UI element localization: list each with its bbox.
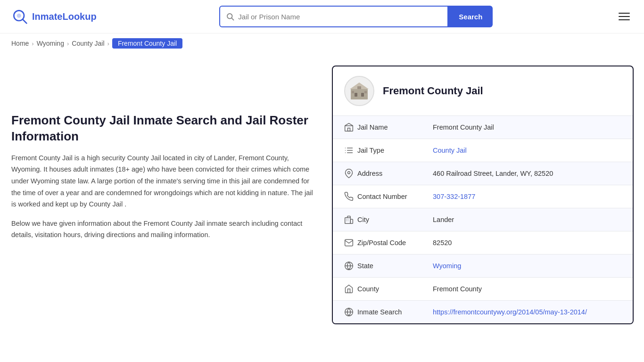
main-content: Fremont County Jail Inmate Search and Ja… (0, 56, 644, 343)
svg-rect-7 (355, 93, 357, 97)
info-value: 460 Railroad Street, Lander, WY, 82520 (433, 170, 621, 177)
breadcrumb-sep-2: › (67, 40, 69, 47)
info-value[interactable]: County Jail (433, 147, 621, 154)
info-label: City (357, 216, 433, 223)
globe-icon (344, 261, 357, 271)
svg-line-4 (232, 18, 234, 20)
breadcrumb: Home › Wyoming › County Jail › Fremont C… (0, 33, 644, 56)
svg-point-20 (348, 172, 350, 174)
hamburger-line-2 (619, 16, 630, 17)
jail-avatar (344, 76, 374, 106)
info-label: Jail Name (357, 123, 433, 131)
search-globe-icon (344, 307, 357, 317)
info-label: Jail Type (357, 147, 433, 154)
svg-rect-10 (364, 91, 367, 93)
phone-icon (344, 192, 357, 201)
breadcrumb-wyoming[interactable]: Wyoming (37, 40, 64, 47)
header: InmateLookup Search (0, 0, 644, 33)
hamburger-line-3 (619, 19, 630, 20)
table-row: Zip/Postal Code82520 (333, 231, 633, 255)
table-row: CountyFremont County (333, 278, 633, 301)
county-icon (344, 284, 357, 294)
breadcrumb-sep-3: › (107, 40, 109, 47)
logo-icon (11, 8, 28, 25)
table-row: Inmate Searchhttps://fremontcountywy.org… (333, 301, 633, 323)
table-row: CityLander (333, 208, 633, 231)
svg-rect-21 (345, 218, 351, 224)
table-row: Address460 Railroad Street, Lander, WY, … (333, 162, 633, 185)
info-value[interactable]: 307-332-1877 (433, 193, 621, 200)
table-row: Jail NameFremont County Jail (333, 116, 633, 139)
jail-icon (344, 123, 357, 132)
hamburger-menu[interactable] (616, 10, 633, 23)
search-bar: Search (219, 6, 493, 27)
svg-point-2 (17, 14, 21, 18)
info-value[interactable]: Wyoming (433, 262, 621, 270)
left-column: Fremont County Jail Inmate Search and Ja… (11, 66, 313, 324)
svg-rect-5 (351, 89, 368, 99)
table-row: StateWyoming (333, 255, 633, 278)
search-input-wrap (219, 6, 448, 27)
info-value: 82520 (433, 239, 621, 247)
info-value[interactable]: https://fremontcountywy.org/2014/05/may-… (433, 308, 621, 316)
breadcrumb-sep-1: › (32, 40, 33, 47)
info-table: Jail NameFremont County JailJail TypeCou… (333, 116, 633, 323)
info-value: Fremont County (433, 285, 621, 293)
pin-icon (344, 169, 357, 178)
hamburger-line-1 (619, 13, 630, 14)
logo-text: InmateLookup (32, 11, 97, 22)
breadcrumb-county-jail[interactable]: County Jail (72, 40, 104, 47)
page-title: Fremont County Jail Inmate Search and Ja… (11, 113, 313, 145)
svg-rect-9 (352, 91, 354, 93)
breadcrumb-home[interactable]: Home (11, 40, 29, 47)
info-label: Address (357, 170, 433, 177)
svg-rect-13 (348, 128, 350, 132)
mail-icon (344, 238, 357, 247)
svg-rect-11 (357, 86, 361, 89)
search-input[interactable] (238, 13, 442, 21)
right-column: Fremont County Jail Jail NameFremont Cou… (332, 66, 634, 324)
table-row: Jail TypeCounty Jail (333, 139, 633, 162)
card-title: Fremont County Jail (383, 85, 483, 97)
info-card: Fremont County Jail Jail NameFremont Cou… (332, 66, 634, 324)
search-button[interactable]: Search (448, 6, 493, 27)
description-2: Below we have given information about th… (11, 218, 313, 241)
info-label: Zip/Postal Code (357, 239, 433, 247)
search-icon (226, 12, 234, 21)
description-1: Fremont County Jail is a high security C… (11, 152, 313, 210)
svg-rect-8 (361, 93, 364, 97)
info-label: County (357, 285, 433, 293)
table-row: Contact Number307-332-1877 (333, 185, 633, 208)
card-header: Fremont County Jail (333, 66, 633, 116)
info-label: Contact Number (357, 193, 433, 200)
info-value: Fremont County Jail (433, 123, 621, 131)
svg-rect-12 (345, 126, 353, 132)
svg-line-1 (23, 19, 26, 23)
logo: InmateLookup (11, 8, 97, 25)
city-icon (344, 215, 357, 224)
info-label: Inmate Search (357, 308, 433, 316)
building-icon (348, 80, 371, 102)
svg-rect-22 (350, 219, 353, 223)
info-label: State (357, 262, 433, 270)
breadcrumb-active: Fremont County Jail (112, 38, 182, 49)
info-value: Lander (433, 216, 621, 223)
list-icon (344, 146, 357, 155)
